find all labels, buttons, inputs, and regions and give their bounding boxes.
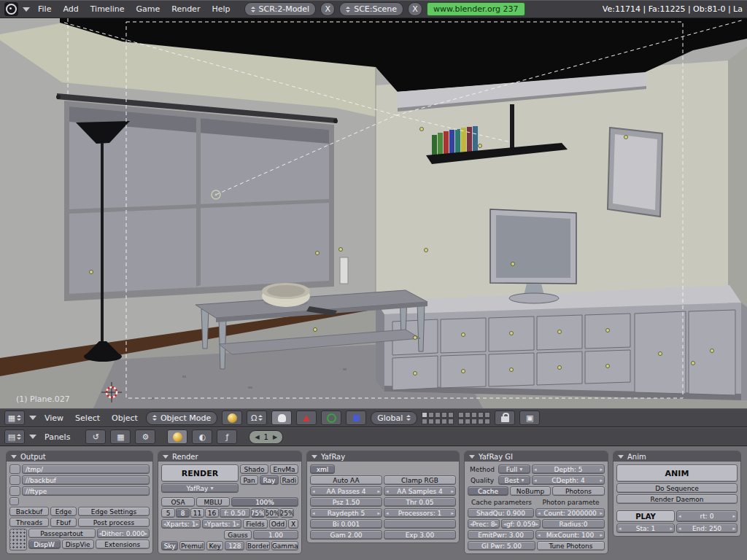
scene-selector[interactable]: SCE:Scene bbox=[339, 2, 403, 16]
material-subcontext-icon[interactable] bbox=[167, 429, 187, 444]
screen-close-button[interactable]: X bbox=[320, 2, 335, 16]
header-collapse-icon[interactable] bbox=[29, 416, 36, 420]
osa-16-button[interactable]: 16 bbox=[205, 508, 219, 518]
scene-icon-button[interactable] bbox=[9, 497, 19, 505]
manipulator-hand-icon[interactable] bbox=[271, 411, 292, 425]
menu-help[interactable]: Help bbox=[208, 4, 233, 14]
fields-toggle[interactable]: Fields bbox=[243, 519, 268, 529]
nobump-toggle[interactable]: NoBump bbox=[510, 486, 551, 496]
gi-quality-selector[interactable]: Best bbox=[498, 475, 530, 485]
backbuf-toggle[interactable]: Backbuf bbox=[9, 507, 49, 516]
panel-yafray-header[interactable]: YafRay bbox=[307, 451, 459, 462]
osa-11-button[interactable]: 11 bbox=[190, 508, 204, 518]
menu-object[interactable]: Object bbox=[108, 413, 142, 423]
file-select-icon[interactable] bbox=[9, 475, 20, 485]
gi-depth-field[interactable]: Depth: 5 bbox=[532, 464, 605, 474]
post-process-button[interactable]: Post process bbox=[78, 518, 150, 527]
border-toggle[interactable]: Border bbox=[246, 541, 270, 551]
shadqu-slider[interactable]: ShadQu: 0.900 bbox=[468, 508, 534, 518]
menu-add[interactable]: Add bbox=[59, 4, 82, 14]
layer-buttons-left[interactable] bbox=[422, 412, 454, 424]
pixel-size-slider[interactable]: Psz 1.50 bbox=[310, 497, 382, 507]
cache-toggle[interactable]: Cache bbox=[468, 486, 508, 496]
photons-toggle[interactable]: Photons bbox=[552, 486, 605, 496]
processors-field[interactable]: Processors: 1 bbox=[384, 508, 456, 518]
render-window-position-grid[interactable] bbox=[9, 529, 27, 551]
gi-method-selector[interactable]: Full bbox=[498, 464, 530, 474]
size-50-button[interactable]: 50% bbox=[266, 508, 279, 518]
x-toggle[interactable]: X bbox=[288, 519, 298, 529]
gamma-toggle[interactable]: Gamma bbox=[271, 541, 298, 551]
threads-toggle[interactable]: Threads bbox=[9, 518, 49, 527]
size-75-button[interactable]: 75% bbox=[251, 508, 265, 518]
screen-selector[interactable]: SCR:2-Model bbox=[244, 2, 317, 16]
start-frame-field[interactable]: Sta: 1 bbox=[616, 524, 675, 533]
threshold-slider[interactable]: Thr 0.05 bbox=[384, 497, 456, 507]
frame-prev-icon[interactable]: ◀ bbox=[255, 434, 259, 440]
yparts-field[interactable]: Yparts: 1 bbox=[202, 519, 241, 529]
size-100-button[interactable]: 100% bbox=[231, 497, 298, 507]
ray-toggle[interactable]: Ray bbox=[260, 475, 278, 485]
shading-context-icon[interactable]: ⚙ bbox=[135, 429, 155, 444]
window-type-icon[interactable]: ▦ bbox=[4, 411, 25, 425]
dispwin-toggle[interactable]: DispW bbox=[28, 540, 61, 549]
fcurve-subcontext-icon[interactable]: ƒ bbox=[217, 429, 237, 444]
mode-selector[interactable]: Object Mode bbox=[146, 411, 217, 425]
manipulator-translate-icon[interactable] bbox=[296, 411, 317, 425]
edge-settings-button[interactable]: Edge Settings bbox=[78, 507, 150, 516]
bias-slider[interactable]: Bi 0.001 bbox=[310, 519, 382, 529]
photon-count-field[interactable]: Count: 2000000 bbox=[535, 508, 605, 518]
panel-yafray-gi-header[interactable]: YafRay GI bbox=[465, 451, 608, 462]
tune-photons-button[interactable]: Tune Photons bbox=[537, 541, 605, 551]
aa-passes-field[interactable]: AA Passes 4 bbox=[310, 486, 382, 496]
radio-toggle[interactable]: Radi bbox=[280, 475, 298, 485]
frame-next-icon[interactable]: ▶ bbox=[273, 434, 277, 440]
osa-8-button[interactable]: 8 bbox=[176, 508, 190, 518]
menu-view[interactable]: View bbox=[41, 413, 67, 423]
panel-output-header[interactable]: Output bbox=[7, 451, 152, 462]
raydepth-field[interactable]: Raydepth 5 bbox=[310, 508, 382, 518]
menu-timeline[interactable]: Timeline bbox=[87, 4, 128, 14]
fbuf-toggle[interactable]: Fbuf bbox=[50, 518, 77, 527]
mixcount-field[interactable]: MixCount: 100 bbox=[535, 530, 605, 540]
exposure-slider[interactable]: Exp 3.00 bbox=[384, 530, 456, 540]
dither-field[interactable]: Dither: 0.000 bbox=[97, 529, 150, 538]
render-daemon-toggle[interactable]: Render Daemon bbox=[616, 494, 738, 504]
backbuf-path-field[interactable]: //backbuf bbox=[22, 475, 150, 485]
gauss-toggle[interactable]: Gauss bbox=[224, 530, 252, 540]
bias-slider-2[interactable] bbox=[384, 519, 456, 529]
header-collapse-icon[interactable] bbox=[29, 435, 36, 439]
header-collapse-icon[interactable] bbox=[23, 7, 30, 12]
lock-icon[interactable] bbox=[495, 411, 515, 425]
emitpwr-slider[interactable]: EmitPwr: 3.00 bbox=[468, 530, 534, 540]
orientation-selector[interactable]: Global bbox=[371, 411, 417, 425]
dispview-toggle[interactable]: DispVie bbox=[62, 540, 94, 549]
osa-5-button[interactable]: 5 bbox=[161, 508, 175, 518]
world-subcontext-icon[interactable]: ◐ bbox=[192, 429, 212, 444]
picture-frame[interactable] bbox=[608, 128, 662, 217]
menu-file[interactable]: File bbox=[34, 4, 55, 14]
extensions-toggle[interactable]: Extensions bbox=[96, 540, 150, 549]
anim-button[interactable]: ANIM bbox=[616, 464, 738, 482]
frame-number-stepper[interactable]: ◀ 1 ▶ bbox=[249, 430, 283, 444]
osa-toggle[interactable]: OSA bbox=[161, 497, 195, 507]
aa-samples-field[interactable]: AA Samples 4 bbox=[384, 486, 456, 496]
sideboard-cabinet[interactable] bbox=[376, 285, 747, 400]
radius-slider[interactable]: Radius:0 bbox=[542, 519, 605, 529]
gf-field[interactable]: gf: 0.059 bbox=[501, 519, 541, 529]
menu-select[interactable]: Select bbox=[71, 413, 104, 423]
size-25-button[interactable]: 25% bbox=[280, 508, 294, 518]
gauss-filter-slider[interactable]: 1.00 bbox=[253, 530, 298, 540]
light-switch[interactable] bbox=[340, 257, 348, 284]
scene-close-button[interactable]: X bbox=[408, 2, 422, 16]
quality-128-field[interactable]: 128 bbox=[225, 541, 244, 551]
logic-context-icon[interactable]: ↺ bbox=[85, 429, 106, 444]
mblur-toggle[interactable]: MBLU bbox=[196, 497, 230, 507]
gi-cdepth-field[interactable]: CDepth: 4 bbox=[532, 475, 605, 485]
panel-render-header[interactable]: Render bbox=[158, 451, 301, 462]
file-select-icon[interactable] bbox=[9, 486, 20, 496]
auto-aa-toggle[interactable]: Auto AA bbox=[310, 475, 382, 485]
odd-toggle[interactable]: Odd bbox=[269, 519, 287, 529]
gi-power-slider[interactable]: GI Pwr: 5.00 bbox=[468, 541, 535, 551]
xml-toggle[interactable]: xml bbox=[310, 464, 335, 474]
